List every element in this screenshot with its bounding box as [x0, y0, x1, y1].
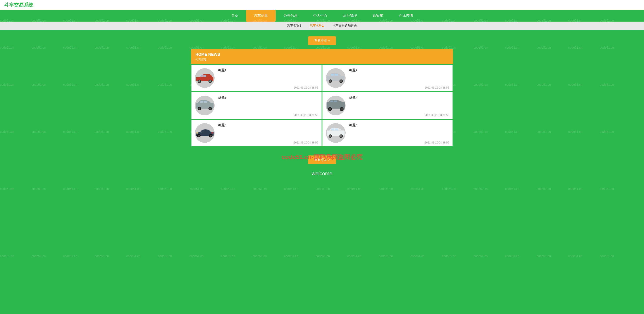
watermark-text: code51.cn: [190, 254, 204, 258]
news-card-content: 标题4: [349, 96, 449, 115]
watermark-text: code51.cn: [63, 83, 77, 86]
svg-point-25: [340, 108, 343, 110]
news-card[interactable]: 标题62021-03-26 08:38:56: [322, 120, 452, 146]
svg-rect-12: [331, 74, 334, 76]
watermark-text: code51.cn: [600, 83, 614, 86]
nav-item-car-info[interactable]: 汽车信息: [246, 10, 276, 21]
news-card-content: 标题6: [349, 123, 449, 143]
news-header-title: HOME NEWS: [196, 52, 448, 57]
watermark-text: code51.cn: [568, 254, 582, 258]
news-grid: 标题12021-03-26 08:38:56 标题22021-03-26 08:…: [191, 64, 453, 147]
watermark-text: code51.cn: [126, 254, 140, 258]
watermark-text: code51.cn: [32, 83, 46, 86]
watermark-text: code51.cn: [95, 254, 109, 258]
watermark-text: code51.cn: [379, 254, 393, 258]
nav-item-admin[interactable]: 后台管理: [335, 10, 365, 21]
watermark-text: code51.cn: [410, 254, 424, 258]
watermark-text: code51.cn: [410, 187, 424, 191]
news-card[interactable]: 标题42021-03-26 08:38:56: [322, 92, 452, 119]
news-card-image: [326, 68, 346, 88]
watermark-text: code51.cn: [505, 187, 519, 191]
watermark-text: code51.cn: [379, 187, 393, 191]
news-card-date: 2021-03-26 08:38:56: [294, 141, 318, 144]
news-card-content: 标题2: [349, 68, 449, 88]
svg-rect-34: [211, 132, 213, 134]
watermark-text: code51.cn: [32, 130, 46, 133]
main-content: HOME NEWS 公告信息 标题12021-03-26 08:38:56 标题…: [187, 49, 457, 185]
view-more-bottom-button[interactable]: 查看更多 »: [308, 155, 336, 164]
news-card-title: 标题5: [218, 123, 318, 127]
watermark-text: code51.cn: [158, 83, 172, 86]
watermark-text: code51.cn: [252, 187, 267, 191]
svg-rect-19: [200, 101, 203, 103]
watermark-text: code51.cn: [95, 83, 109, 86]
watermark-text: code51.cn: [347, 254, 362, 258]
watermark-text: code51.cn: [600, 254, 614, 258]
svg-point-37: [330, 135, 332, 137]
news-card-date: 2021-03-26 08:38:56: [425, 86, 449, 89]
watermark-text: code51.cn: [347, 187, 362, 191]
watermark-text: code51.cn: [190, 187, 204, 191]
svg-point-16: [198, 108, 200, 110]
watermark-text: code51.cn: [474, 187, 488, 191]
watermark-text: code51.cn: [0, 254, 14, 258]
news-card-title: 标题4: [349, 96, 449, 100]
nav-item-user-center[interactable]: 个人中心: [306, 10, 335, 21]
watermark-text: code51.cn: [284, 254, 298, 258]
news-card-title: 标题2: [349, 68, 449, 72]
watermark-text: code51.cn: [474, 254, 488, 258]
nav-item-home[interactable]: 首页: [223, 10, 246, 21]
watermark-text: code51.cn: [32, 254, 46, 258]
watermark-text: code51.cn: [95, 130, 109, 133]
site-header: 斗车交易系统: [0, 0, 644, 10]
watermark-text: code51.cn: [442, 187, 456, 191]
svg-rect-40: [332, 128, 334, 130]
news-card-content: 标题1: [218, 68, 318, 88]
svg-point-30: [198, 135, 200, 137]
news-card[interactable]: 标题32021-03-26 08:38:56: [192, 92, 322, 119]
watermark-text: code51.cn: [63, 130, 77, 133]
watermark-text: code51.cn: [316, 187, 330, 191]
watermark-text: code51.cn: [568, 130, 582, 133]
watermark-text: code51.cn: [0, 187, 14, 191]
svg-point-11: [340, 80, 342, 82]
watermark-text: code51.cn: [95, 187, 109, 191]
view-more-top-button[interactable]: 查看更多 »: [308, 36, 336, 45]
watermark-text: code51.cn: [221, 254, 235, 258]
watermark-text: code51.cn: [126, 187, 140, 191]
svg-rect-6: [203, 75, 206, 77]
svg-rect-26: [330, 100, 333, 102]
watermark-text: code51.cn: [474, 130, 488, 133]
watermark-text: code51.cn: [126, 83, 140, 86]
svg-rect-41: [335, 128, 338, 130]
svg-rect-20: [204, 101, 207, 103]
news-card-title: 标题1: [218, 68, 318, 72]
news-card[interactable]: 标题52021-03-26 08:38:56: [192, 120, 322, 146]
welcome-text: welcome: [312, 171, 332, 176]
news-card[interactable]: 标题12021-03-26 08:38:56: [192, 65, 322, 91]
nav-item-cart[interactable]: 购物车: [365, 10, 391, 21]
watermark-text: code51.cn: [505, 83, 519, 86]
news-card[interactable]: 标题22021-03-26 08:38:56: [322, 65, 452, 91]
svg-point-23: [328, 108, 331, 110]
watermark-text: code51.cn: [568, 187, 582, 191]
svg-point-39: [340, 135, 342, 137]
watermark-text: code51.cn: [600, 130, 614, 133]
watermark-text: code51.cn: [536, 130, 551, 133]
watermark-text: code51.cn: [221, 187, 235, 191]
news-card-date: 2021-03-26 08:38:56: [425, 114, 449, 117]
svg-point-18: [209, 108, 211, 110]
news-card-image: [195, 96, 214, 115]
watermark-text: code51.cn: [600, 187, 614, 191]
news-card-title: 标题6: [349, 123, 449, 127]
main-navbar: 首页汽车信息公告信息个人中心后台管理购物车在线咨询: [0, 10, 644, 21]
watermark-text: code51.cn: [505, 254, 519, 258]
svg-point-4: [209, 80, 211, 82]
nav-item-consult[interactable]: 在线咨询: [391, 10, 421, 21]
watermark-text: code51.cn: [442, 254, 456, 258]
view-more-bottom-wrap: 查看更多 »: [191, 151, 453, 166]
nav-item-notice[interactable]: 公告信息: [276, 10, 306, 21]
svg-rect-27: [334, 100, 337, 102]
watermark-text: code51.cn: [32, 187, 46, 191]
watermark-text: code51.cn: [536, 187, 551, 191]
